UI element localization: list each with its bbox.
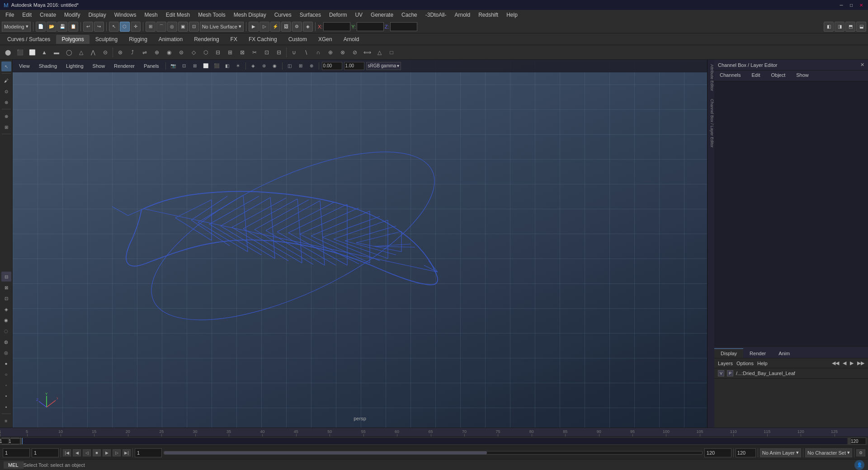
minimize-button[interactable]: ─: [838, 2, 844, 8]
sphere-icon-btn[interactable]: ⬤: [2, 47, 14, 58]
cylinder-icon-btn[interactable]: ⬜: [26, 47, 38, 58]
cut-icon-btn[interactable]: ✂: [249, 47, 260, 58]
tab-xgen[interactable]: XGen: [313, 35, 338, 44]
mirror-btn[interactable]: ⟺: [361, 47, 373, 58]
paint-tool-btn[interactable]: 🖌: [1, 75, 11, 85]
timeline-end-input[interactable]: [850, 437, 866, 445]
vp-renderer-btn[interactable]: Renderer: [110, 62, 138, 70]
playback-check[interactable]: P: [727, 370, 733, 376]
layer13-btn[interactable]: ▪: [1, 402, 11, 412]
pyramid-icon-btn[interactable]: ⋀: [87, 47, 99, 58]
cone-icon-btn[interactable]: ▲: [38, 47, 50, 58]
layer4-btn[interactable]: ◈: [1, 304, 11, 314]
ipr-btn[interactable]: ⚡: [270, 22, 280, 32]
layer2-btn[interactable]: ⊠: [1, 282, 11, 292]
display-tab[interactable]: Display: [714, 348, 743, 358]
offset-icon-btn[interactable]: ⊟: [273, 47, 285, 58]
vp-grid-toggle-btn[interactable]: ⊞: [296, 61, 305, 70]
vp-frame-btn[interactable]: ⊡: [179, 61, 189, 70]
vp-solid-btn[interactable]: ⬛: [212, 61, 221, 70]
play-fwd-btn[interactable]: ▶: [103, 449, 111, 456]
smooth-icon-btn[interactable]: ⊛: [114, 47, 126, 58]
fill-icon-btn[interactable]: ◉: [163, 47, 175, 58]
layer3-btn[interactable]: ⊡: [1, 293, 11, 303]
vp-lighting-btn[interactable]: Lighting: [62, 62, 87, 70]
z-input[interactable]: [390, 22, 417, 31]
split-icon-btn[interactable]: ⊠: [236, 47, 248, 58]
snap-point-btn[interactable]: ◎: [167, 22, 177, 32]
vp-view-btn[interactable]: View: [15, 62, 33, 70]
vp-light-btn[interactable]: ☀: [234, 61, 243, 70]
character-set-dropdown[interactable]: No Character Set ▾: [805, 448, 852, 457]
snap-grid-btn[interactable]: ⊞: [146, 22, 156, 32]
redo-btn[interactable]: ↪: [94, 22, 104, 32]
chamfer-icon-btn[interactable]: ◇: [188, 47, 199, 58]
cube-icon-btn[interactable]: ⬛: [14, 47, 26, 58]
rp-close-btn[interactable]: ✕: [860, 62, 864, 68]
menu-cache[interactable]: Cache: [398, 11, 421, 19]
anim-layer-dropdown[interactable]: No Anim Layer ▾: [760, 448, 801, 457]
undo-btn[interactable]: ↩: [83, 22, 93, 32]
bool-inter-btn[interactable]: ∩: [312, 47, 324, 58]
vp-shading-btn[interactable]: Shading: [35, 62, 61, 70]
merge-icon-btn[interactable]: ⊞: [224, 47, 236, 58]
y-input[interactable]: [357, 22, 384, 31]
x-input[interactable]: [323, 22, 350, 31]
append-icon-btn[interactable]: ⊕: [151, 47, 163, 58]
stop-btn[interactable]: ■: [93, 449, 101, 456]
select-btn[interactable]: ↖: [109, 22, 119, 32]
show-tab[interactable]: Show: [791, 70, 814, 81]
plugin-btn-1[interactable]: ◧: [824, 22, 834, 32]
frame-out-input[interactable]: [32, 448, 59, 457]
no-live-surface-dropdown[interactable]: No Live Surface ▾: [200, 22, 244, 32]
menu-surfaces[interactable]: Surfaces: [296, 11, 325, 19]
vp-panels-btn[interactable]: Panels: [140, 62, 163, 70]
edit-tab[interactable]: Edit: [746, 70, 765, 81]
sculpt-tool-btn[interactable]: ⊙: [1, 86, 11, 96]
soft-btn[interactable]: ⊛: [1, 97, 11, 107]
select-tool-btn[interactable]: ↖: [1, 61, 11, 71]
go-end-btn[interactable]: ▶|: [123, 449, 131, 456]
layer8-btn[interactable]: ◎: [1, 348, 11, 357]
vp-texture-btn[interactable]: ◧: [223, 61, 232, 70]
menu-mesh[interactable]: Mesh: [141, 11, 161, 19]
layer11-btn[interactable]: ◦: [1, 380, 11, 390]
menu-uv[interactable]: UV: [351, 11, 366, 19]
step-fwd-btn[interactable]: ▷: [113, 449, 121, 456]
workspace-dropdown[interactable]: Modeling ▾: [2, 22, 31, 32]
insert-icon-btn[interactable]: ⊡: [261, 47, 273, 58]
tab-curves-surfaces[interactable]: Curves / Surfaces: [2, 35, 56, 44]
render-settings-btn[interactable]: ⚙: [292, 22, 302, 32]
attr-editor-tab[interactable]: Attribute Editor: [708, 61, 714, 95]
snap-edge-btn[interactable]: ⊡: [189, 22, 199, 32]
range-end-input[interactable]: [704, 448, 731, 457]
menu-help[interactable]: Help: [503, 11, 521, 19]
collapse-icon-btn[interactable]: ⊟: [212, 47, 224, 58]
layer-next-btn[interactable]: ▶: [850, 360, 854, 366]
menu-mesh-display[interactable]: Mesh Display: [230, 11, 270, 19]
layer1-btn[interactable]: ⊟: [1, 272, 11, 282]
plane-icon-btn[interactable]: ▬: [51, 47, 62, 58]
plugin-btn-3[interactable]: ⬒: [845, 22, 855, 32]
tab-arnold[interactable]: Arnold: [338, 35, 365, 44]
new-file-btn[interactable]: 📄: [36, 22, 46, 32]
triangulate-btn[interactable]: △: [373, 47, 385, 58]
vp-iso-btn[interactable]: ◈: [249, 61, 258, 70]
vp-hud-btn[interactable]: ◫: [285, 61, 294, 70]
go-start-btn[interactable]: |◀: [63, 449, 71, 456]
menu-3dtall[interactable]: -3DtoAll-: [422, 11, 450, 19]
layer12-btn[interactable]: •: [1, 391, 11, 401]
help-option[interactable]: Help: [757, 361, 768, 366]
display-render-btn[interactable]: 🖼: [281, 22, 291, 32]
menu-display[interactable]: Display: [85, 11, 109, 19]
open-file-btn[interactable]: 📂: [47, 22, 57, 32]
hypershade-btn[interactable]: ◈: [303, 22, 313, 32]
render-tab[interactable]: Render: [743, 349, 772, 358]
timeline-track[interactable]: [22, 437, 848, 445]
step-back-btn[interactable]: ◀: [73, 449, 81, 456]
snap-curve-btn[interactable]: ⌒: [156, 22, 166, 32]
vp-axis-btn[interactable]: ⊕: [307, 61, 316, 70]
visibility-check[interactable]: V: [718, 370, 724, 376]
layer-prev2-btn[interactable]: ◀: [843, 360, 846, 366]
prism-icon-btn[interactable]: △: [75, 47, 87, 58]
